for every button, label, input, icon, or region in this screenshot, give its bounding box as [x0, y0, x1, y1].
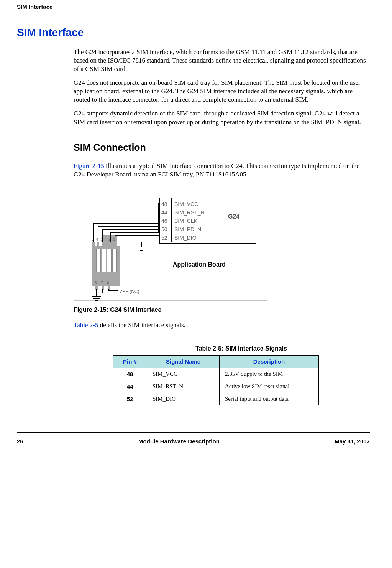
- paragraph-3: G24 supports dynamic detection of the SI…: [74, 109, 370, 126]
- sim-tray-pin: [114, 242, 116, 247]
- conn-sig-2: SIM_CLK: [174, 217, 205, 225]
- header-rule-thin: [17, 14, 370, 14]
- g24-connector-box: [159, 198, 256, 244]
- wire: [158, 228, 159, 233]
- g24-connector-signal-names: SIM_VCC SIM_RST_N SIM_CLK SIM_PD_N SIM_D…: [174, 200, 205, 242]
- vpp-nc-label: VPP (NC): [119, 289, 139, 295]
- page-footer: 26 Module Hardware Description May 31, 2…: [17, 432, 370, 445]
- table-row: 48 SIM_VCC 2.85V Supply to the SIM: [113, 368, 319, 380]
- header-rule-thick: [17, 12, 370, 12]
- cell-desc: 2.85V Supply to the SIM: [220, 368, 319, 380]
- paragraph-1: The G24 incorporates a SIM interface, wh…: [74, 48, 370, 73]
- table-header-desc: Description: [220, 356, 319, 368]
- wire: [93, 223, 94, 242]
- cell-pin: 52: [113, 393, 147, 405]
- wire: [98, 226, 98, 242]
- table-reference-link[interactable]: Table 2-5: [74, 321, 98, 329]
- footer-date: May 31, 2007: [335, 438, 370, 445]
- sim-tray-slot: [107, 249, 112, 272]
- footer-center-title: Module Hardware Description: [138, 438, 220, 445]
- application-board-label: Application Board: [173, 261, 226, 269]
- paragraph-2: G24 does not incorporate an on-board SIM…: [74, 79, 370, 104]
- conn-pin-3: 50: [161, 225, 167, 234]
- cell-pin: 44: [113, 380, 147, 393]
- cell-name: SIM_VCC: [147, 368, 220, 380]
- sim-tray-pin-num: 6: [107, 280, 109, 285]
- cell-desc: Serial input and output data: [220, 393, 319, 405]
- table-2-5: Table 2-5: SIM Interface Signals Pin # S…: [113, 345, 370, 405]
- wire: [93, 223, 159, 224]
- wire: [102, 229, 159, 230]
- running-head: SIM Interface: [17, 3, 370, 11]
- section-title: SIM Interface: [17, 26, 370, 40]
- conn-sig-0: SIM_VCC: [174, 200, 205, 208]
- wire: [115, 235, 159, 236]
- table-header-name: Signal Name: [147, 356, 220, 368]
- paragraph-5: Table 2-5 details the SIM interface sign…: [74, 321, 370, 329]
- conn-pin-4: 52: [161, 234, 167, 242]
- cell-desc: Active low SIM reset signal: [220, 380, 319, 393]
- table-header-row: Pin # Signal Name Description: [113, 356, 319, 368]
- sim-tray-pin: [109, 242, 112, 247]
- subsection-title: SIM Connection: [74, 141, 370, 154]
- wire: [110, 232, 159, 233]
- conn-sig-1: SIM_RST_N: [174, 208, 205, 217]
- cell-name: SIM_RST_N: [147, 380, 220, 393]
- wire: [108, 290, 118, 291]
- conn-sig-4: SIM_DIO: [174, 234, 205, 242]
- g24-connector-divider: [171, 198, 172, 242]
- sim-tray-pin: [97, 242, 99, 247]
- conn-pin-1: 44: [161, 208, 167, 217]
- sim-tray-slot: [96, 249, 101, 272]
- sim-tray-pin-num: 7: [101, 280, 103, 285]
- figure-reference-link[interactable]: Figure 2-15: [74, 162, 104, 170]
- sim-tray-pin-num: 8: [95, 280, 97, 285]
- wire: [102, 229, 103, 242]
- figure-2-15: 48 44 46 50 52 SIM_VCC SIM_RST_N SIM_CLK…: [74, 186, 370, 314]
- table-row: 44 SIM_RST_N Active low SIM reset signal: [113, 380, 319, 393]
- wire: [115, 235, 115, 242]
- wire: [98, 226, 159, 227]
- sim-tray-pin: [92, 242, 95, 247]
- g24-connector-pin-numbers: 48 44 46 50 52: [161, 200, 167, 242]
- table-header-pin: Pin #: [113, 356, 147, 368]
- paragraph-4: Figure 2-15 illustrates a typical SIM in…: [74, 162, 370, 179]
- wire: [110, 232, 111, 242]
- sim-tray-slot: [112, 249, 117, 272]
- sim-signals-table: Pin # Signal Name Description 48 SIM_VCC…: [113, 355, 319, 405]
- table-caption: Table 2-5: SIM Interface Signals: [113, 345, 370, 353]
- footer-page-number: 26: [17, 438, 23, 445]
- table-row: 52 SIM_DIO Serial input and output data: [113, 393, 319, 405]
- paragraph-4-rest: illustrates a typical SIM interface conn…: [74, 162, 359, 178]
- conn-pin-0: 48: [161, 200, 167, 208]
- conn-pin-2: 46: [161, 217, 167, 225]
- cell-name: SIM_DIO: [147, 393, 220, 405]
- figure-caption: Figure 2-15: G24 SIM Interface: [74, 306, 370, 314]
- sim-tray-slot: [102, 249, 106, 272]
- sim-tray-pin: [102, 242, 104, 247]
- wire: [102, 289, 103, 293]
- conn-sig-3: SIM_PD_N: [174, 225, 205, 234]
- figure-diagram: 48 44 46 50 52 SIM_VCC SIM_RST_N SIM_CLK…: [74, 186, 267, 301]
- g24-label: G24: [228, 213, 239, 221]
- cell-pin: 48: [113, 368, 147, 380]
- paragraph-5-rest: details the SIM interface signals.: [98, 321, 185, 329]
